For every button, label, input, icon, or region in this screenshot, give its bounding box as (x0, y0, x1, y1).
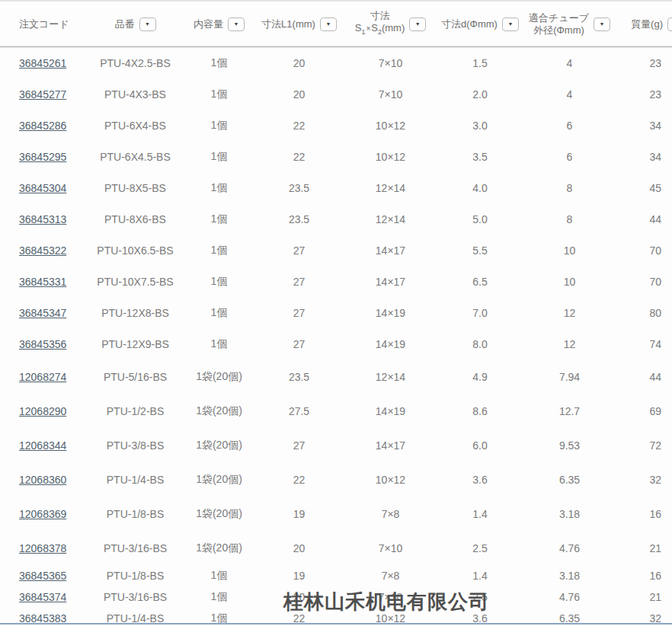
part-number-cell: PTU-1/8-BS (84, 508, 187, 520)
content-qty-cell: 1個 (187, 88, 251, 101)
dim-d-cell: 1.5 (434, 57, 526, 69)
dim-l1-cell: 20 (251, 88, 347, 101)
order-code-link[interactable]: 36845313 (19, 213, 66, 225)
dim-d-cell: 3.6 (434, 474, 526, 486)
order-code-link[interactable]: 36845365 (19, 570, 66, 582)
part-number-cell: PTU-10X7.5-BS (84, 276, 187, 288)
dim-l1-cell: 22 (251, 151, 347, 163)
order-code-link[interactable]: 12068378 (19, 542, 66, 554)
table-row: 12068378 PTU-3/16-BS 1袋(20個) 20 7×10 2.5… (0, 531, 672, 565)
part-number-cell: PTU-8X5-BS (84, 182, 187, 194)
order-code-link[interactable]: 12068274 (19, 371, 66, 383)
mass-cell: 21 (613, 542, 672, 554)
mass-cell: 44 (613, 213, 672, 225)
dim-s1s2-cell: 12×14 (347, 213, 434, 225)
chevron-down-icon: ▼ (234, 21, 239, 27)
order-code-cell: 12068274 (0, 371, 84, 383)
content-qty-cell: 1個 (187, 337, 251, 351)
tube-od-cell: 12.7 (526, 405, 613, 417)
order-code-cell: 36845374 (0, 591, 84, 603)
part-number-cell: PTU-3/16-BS (84, 542, 187, 554)
order-code-cell: 12068344 (0, 439, 84, 452)
order-code-link[interactable]: 36845304 (19, 182, 66, 194)
table-row: 36845313 PTU-8X6-BS 1個 23.5 12×14 5.0 8 … (0, 203, 672, 235)
dim-s-line2: S1×S2(mm) (355, 22, 405, 34)
order-code-cell: 36845313 (0, 213, 84, 225)
part-number-cell: PTU-3/8-BS (84, 439, 187, 452)
order-code-cell: 36845295 (0, 151, 84, 163)
sort-button-part-number[interactable]: ▼ (139, 18, 156, 31)
order-code-link[interactable]: 12068344 (19, 439, 66, 452)
order-code-link[interactable]: 36845295 (19, 151, 66, 163)
order-code-link[interactable]: 36845286 (19, 120, 66, 132)
order-code-cell: 36845365 (0, 570, 84, 582)
order-code-link[interactable]: 36845261 (19, 57, 66, 69)
order-code-link[interactable]: 36845277 (19, 88, 66, 101)
table-header-row: 注文コード 品番 ▼ 内容量 ▼ 寸法L1(mm) ▼ 寸法 S1×S2(mm)… (0, 2, 672, 47)
order-code-link[interactable]: 36845356 (19, 338, 66, 350)
order-code-link[interactable]: 36845331 (19, 276, 66, 288)
dim-d-cell: 6.5 (434, 276, 526, 288)
mass-cell: 32 (613, 474, 672, 486)
sort-button-dim-d[interactable]: ▼ (502, 18, 519, 31)
sort-button-dim-s1s2[interactable]: ▼ (409, 18, 426, 31)
dim-d-cell: 7.0 (434, 307, 526, 319)
dim-d-cell: 5.0 (434, 213, 526, 225)
sort-button-mass[interactable]: ▼ (667, 18, 672, 31)
dim-s1s2-cell: 10×12 (347, 151, 434, 163)
content-qty-cell: 1個 (187, 590, 251, 604)
content-qty-cell: 1袋(20個) (187, 439, 251, 452)
chevron-down-icon: ▼ (325, 21, 331, 27)
order-code-cell: 36845304 (0, 182, 84, 194)
dim-l1-cell: 19 (251, 570, 347, 582)
part-number-cell: PTU-12X9-BS (84, 338, 187, 350)
tube-od-cell: 10 (526, 276, 613, 288)
part-number-cell: PTU-6X4-BS (84, 120, 187, 132)
part-number-cell: PTU-5/16-BS (84, 371, 187, 383)
table-row: 12068290 PTU-1/2-BS 1袋(20個) 27.5 14×19 8… (0, 394, 672, 428)
dim-s1s2-cell: 14×17 (347, 244, 434, 257)
order-code-link[interactable]: 36845322 (19, 244, 66, 257)
table-body: 36845261 PTU-4X2.5-BS 1個 20 7×10 1.5 4 2… (0, 47, 672, 626)
order-code-link[interactable]: 12068369 (19, 508, 66, 520)
part-number-cell: PTU-1/4-BS (84, 474, 187, 486)
order-code-link[interactable]: 12068360 (19, 474, 66, 486)
column-header-label: 内容量 (194, 18, 223, 30)
tube-od-cell: 12 (526, 307, 613, 319)
column-header-dim-l1: 寸法L1(mm) ▼ (251, 18, 347, 31)
order-code-link[interactable]: 12068290 (19, 405, 66, 417)
content-qty-cell: 1個 (187, 150, 251, 164)
mass-cell: 70 (613, 244, 672, 257)
tube-od-cell: 6 (526, 120, 613, 132)
tube-od-cell: 9.53 (526, 439, 613, 452)
dim-d-cell: 2.5 (434, 542, 526, 554)
part-number-cell: PTU-3/16-BS (84, 591, 187, 603)
dim-s1s2-cell: 14×19 (347, 307, 434, 319)
order-code-cell: 12068369 (0, 508, 84, 520)
dim-d-cell: 4.0 (434, 182, 526, 194)
tube-line1: 適合チューブ (529, 12, 589, 24)
dim-d-cell: 1.4 (434, 508, 526, 520)
order-code-cell: 36845347 (0, 307, 84, 319)
column-header-label: 品番 (115, 18, 135, 30)
order-code-cell: 12068378 (0, 542, 84, 554)
order-code-link[interactable]: 36845347 (19, 307, 66, 319)
mass-cell: 16 (613, 508, 672, 520)
order-code-cell: 36845277 (0, 88, 84, 101)
content-qty-cell: 1個 (187, 119, 251, 133)
part-number-cell: PTU-4X2.5-BS (84, 57, 187, 69)
dim-s1s2-cell: 10×12 (347, 474, 434, 486)
dim-d-cell: 3.5 (434, 151, 526, 163)
sort-button-dim-l1[interactable]: ▼ (320, 18, 337, 31)
tube-od-cell: 4 (526, 88, 613, 101)
table-row: 36845322 PTU-10X6.5-BS 1個 27 14×17 5.5 1… (0, 235, 672, 266)
tube-od-cell: 10 (526, 244, 613, 257)
order-code-link[interactable]: 36845374 (19, 591, 66, 603)
chevron-down-icon: ▼ (507, 21, 513, 27)
mass-cell: 34 (613, 120, 672, 132)
chevron-down-icon: ▼ (599, 21, 604, 27)
sort-button-tube-od[interactable]: ▼ (594, 18, 610, 31)
sort-button-content[interactable]: ▼ (228, 18, 245, 31)
dim-d-cell: 6.0 (434, 439, 526, 452)
part-number-cell: PTU-4X3-BS (84, 88, 187, 101)
